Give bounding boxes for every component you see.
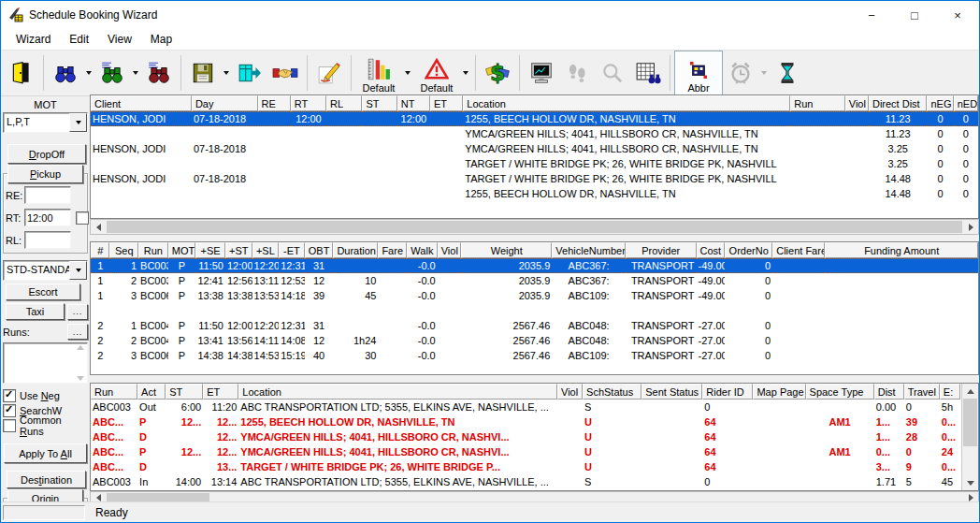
rl-input[interactable] xyxy=(25,232,72,248)
taxi-more-button[interactable]: ... xyxy=(67,304,88,320)
column-header[interactable]: +SE xyxy=(195,242,225,258)
table-row[interactable]: HENSON, JODI07-18-201812:0012:001255, BE… xyxy=(91,111,978,126)
top-grid-hscrollbar[interactable] xyxy=(90,219,979,235)
runs-listbox[interactable] xyxy=(3,342,88,384)
apply-to-all-button[interactable]: Apply To All xyxy=(4,443,87,463)
re-input[interactable] xyxy=(25,187,72,203)
edit-button[interactable] xyxy=(311,52,347,94)
find-blue-dropdown[interactable] xyxy=(83,52,94,94)
service-type-combobox[interactable]: STD-STANDA xyxy=(3,260,88,281)
scroll-right-button[interactable] xyxy=(963,220,978,234)
menu-wizard[interactable]: Wizard xyxy=(7,31,60,48)
column-header[interactable]: Day xyxy=(192,95,258,111)
column-header[interactable]: Fare xyxy=(378,242,407,258)
scroll-up-button[interactable] xyxy=(962,384,978,399)
map-screen-button[interactable] xyxy=(524,52,559,94)
common-runs-checkbox[interactable] xyxy=(3,419,16,432)
column-header[interactable]: Cost xyxy=(697,242,726,258)
column-header[interactable]: +SL xyxy=(252,242,280,258)
table-row[interactable]: ABC003Out6:0011:20ABC TRANSPORTATION LTD… xyxy=(91,400,960,414)
escort-button[interactable]: Escort xyxy=(6,283,80,300)
table-row[interactable]: 21BC004P11:5012:0012:2012:3131-0.02567.4… xyxy=(91,318,978,333)
runs-more-button[interactable]: ... xyxy=(67,324,88,340)
column-header[interactable]: Map Page xyxy=(753,384,805,400)
table-row[interactable]: TARGET / WHITE BRIDGE PK; 26, WHITE BRID… xyxy=(91,156,978,171)
zoom-button[interactable] xyxy=(595,52,630,94)
table-row[interactable]: ABC003In14:0013:14ABC TRANSPORTATION LTD… xyxy=(91,474,960,489)
distance-default-button[interactable]: Default xyxy=(355,51,402,95)
schedule-clock-button[interactable] xyxy=(723,52,758,94)
bottom-grid-vscrollbar[interactable] xyxy=(961,384,978,490)
column-header[interactable]: Viol xyxy=(438,242,462,258)
table-row[interactable] xyxy=(91,303,978,318)
find-red-button[interactable] xyxy=(141,52,177,94)
column-header[interactable]: +ST xyxy=(225,242,252,258)
close-button[interactable]: × xyxy=(936,1,979,29)
rt-input[interactable] xyxy=(25,210,72,225)
column-header[interactable]: Act xyxy=(137,384,166,400)
table-row[interactable]: 11BC003P11:5012:0012:2012:3131-0.02035.9… xyxy=(91,258,978,273)
violations-default-button[interactable]: Default xyxy=(413,51,460,95)
scroll-track[interactable] xyxy=(106,220,963,234)
column-header[interactable]: ST xyxy=(362,95,396,111)
destination-button[interactable]: Destination xyxy=(7,471,86,488)
rt-field[interactable] xyxy=(24,209,71,226)
column-header[interactable]: ST xyxy=(166,384,203,400)
confirm-button[interactable] xyxy=(267,52,303,94)
column-header[interactable]: Direct Dist xyxy=(869,95,928,111)
column-header[interactable]: Viol xyxy=(557,384,583,400)
service-type-dropdown[interactable] xyxy=(69,261,87,280)
column-header[interactable]: nED xyxy=(954,95,978,111)
column-header[interactable]: Seq xyxy=(109,242,138,258)
wait-hourglass-button[interactable] xyxy=(770,52,805,94)
scroll-thumb[interactable] xyxy=(963,399,977,446)
menu-view[interactable]: View xyxy=(98,31,141,48)
runs-listbox-scrollbar[interactable] xyxy=(75,345,86,381)
find-blue-button[interactable] xyxy=(48,52,83,94)
column-header[interactable]: Weight xyxy=(461,242,552,258)
schedule-clock-dropdown[interactable] xyxy=(758,52,770,94)
menu-map[interactable]: Map xyxy=(141,31,181,48)
mot-dropdown[interactable] xyxy=(69,113,87,132)
maximize-button[interactable]: □ xyxy=(893,1,936,29)
column-header[interactable]: E: xyxy=(940,384,960,400)
table-row[interactable]: 13BC006P13:3813:3813:5314:183945-0.02035… xyxy=(91,288,978,303)
column-header[interactable]: Duration xyxy=(333,242,378,258)
column-header[interactable]: NT xyxy=(397,95,430,111)
distance-default-dropdown[interactable] xyxy=(402,52,413,94)
column-header[interactable]: Location xyxy=(238,384,557,400)
column-header[interactable]: RT xyxy=(291,95,326,111)
fare-button[interactable]: $ xyxy=(480,52,515,94)
column-header[interactable]: -ET xyxy=(279,242,305,258)
table-row[interactable]: ABC...P12...12...1255, BEECH HOLLOW DR, … xyxy=(91,414,960,429)
column-header[interactable]: # xyxy=(91,242,109,258)
book-trip-button[interactable] xyxy=(232,52,267,94)
column-header[interactable]: RL xyxy=(326,95,362,111)
column-header[interactable]: Walk xyxy=(407,242,438,258)
table-row[interactable]: 23BC006P14:3814:3814:5315:194030-0.02567… xyxy=(91,348,978,363)
column-header[interactable]: Funding Amount xyxy=(825,242,978,258)
table-row[interactable]: HENSON, JODI07-18-2018TARGET / WHITE BRI… xyxy=(91,171,978,186)
column-header[interactable]: Dist xyxy=(874,384,904,400)
use-neg-checkbox[interactable] xyxy=(3,389,16,402)
column-header[interactable]: Run xyxy=(790,95,844,111)
table-row[interactable]: 1255, BEECH HOLLOW DR, NASHVILLE, TN14.4… xyxy=(91,186,978,201)
rt-checkbox[interactable] xyxy=(76,211,89,225)
column-header[interactable]: Run xyxy=(91,384,137,400)
find-green-button[interactable] xyxy=(94,52,130,94)
violations-default-dropdown[interactable] xyxy=(460,52,471,94)
column-header[interactable]: SchStatus xyxy=(583,384,641,400)
table-row[interactable]: ABC...D13...TARGET / WHITE BRIDGE PK; 26… xyxy=(91,459,960,474)
save-dropdown[interactable] xyxy=(221,52,232,94)
exit-button[interactable] xyxy=(4,52,39,94)
column-header[interactable]: RE xyxy=(258,95,291,111)
scroll-down-button[interactable] xyxy=(962,475,978,490)
scroll-left-button[interactable] xyxy=(91,220,106,234)
table-row[interactable]: 22BC004P13:4113:5614:1114:08121h24-0.025… xyxy=(91,333,978,348)
abbr-toggle-button[interactable]: Abbr xyxy=(674,51,723,96)
taxi-button[interactable]: Taxi xyxy=(6,303,65,320)
column-header[interactable]: Provider xyxy=(626,242,697,258)
searchw-checkbox[interactable] xyxy=(3,404,16,417)
column-header[interactable]: Location xyxy=(463,95,790,111)
table-row[interactable]: ABC...P12...12...YMCA/GREEN HILLS; 4041,… xyxy=(91,444,960,459)
